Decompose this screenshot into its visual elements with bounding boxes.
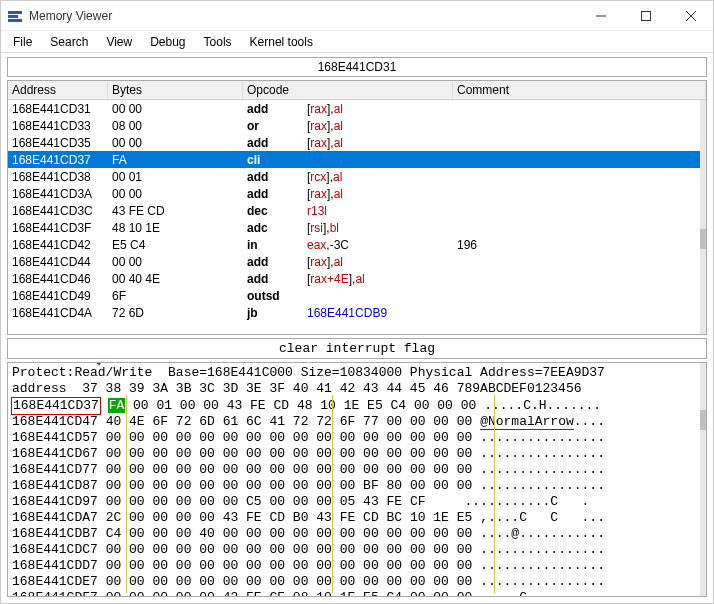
address-input[interactable]: 168E441CD31: [7, 57, 707, 77]
svg-rect-1: [8, 15, 18, 18]
hex-divider: [494, 395, 495, 593]
minimize-button[interactable]: [578, 1, 623, 31]
menu-debug[interactable]: Debug: [142, 33, 193, 51]
hex-scroll-thumb[interactable]: [700, 410, 706, 430]
svg-rect-4: [641, 11, 650, 20]
hex-row[interactable]: 168E441CDE7 00 00 00 00 00 00 00 00 00 0…: [12, 574, 702, 590]
disasm-row[interactable]: 168E441CD42E5 C4ineax,-3C196: [8, 236, 706, 253]
status-line: clear interrupt flag: [7, 338, 707, 359]
disasm-row[interactable]: 168E441CD3C43 FE CDdecr13l: [8, 202, 706, 219]
app-icon: [7, 8, 23, 24]
hex-scrollbar[interactable]: [700, 363, 706, 596]
hex-row[interactable]: 168E441CDF7 00 00 00 00 00 43 FE CE 08 1…: [12, 590, 702, 597]
disasm-scrollbar[interactable]: [700, 100, 706, 334]
window-controls: [578, 1, 713, 31]
disasm-row[interactable]: 168E441CD4A72 6Djb168E441CDB9: [8, 304, 706, 321]
col-comment[interactable]: Comment: [453, 82, 706, 98]
hex-pane[interactable]: Protect:Read/Write Base=168E441C000 Size…: [7, 362, 707, 597]
close-button[interactable]: [668, 1, 713, 31]
disassembly-pane[interactable]: Address Bytes Opcode Comment 168E441CD31…: [7, 80, 707, 335]
hex-header-cols: 37 38 39 3A 3B 3C 3D 3E 3F 40 41 42 43 4…: [67, 381, 582, 396]
hex-row[interactable]: 168E441CDB7 C4 00 00 00 40 00 00 00 00 0…: [12, 526, 702, 542]
disasm-header: Address Bytes Opcode Comment: [8, 81, 706, 100]
col-bytes[interactable]: Bytes: [108, 82, 243, 98]
hex-row[interactable]: 168E441CDA7 2C 00 00 00 00 43 FE CD B0 4…: [12, 510, 702, 526]
disasm-row[interactable]: 168E441CD3308 00or[rax],al: [8, 117, 706, 134]
maximize-button[interactable]: [623, 1, 668, 31]
menu-kernel-tools[interactable]: Kernel tools: [242, 33, 321, 51]
hex-divider: [126, 395, 127, 593]
disasm-body[interactable]: 168E441CD3100 00add[rax],al168E441CD3308…: [8, 100, 706, 321]
disasm-row[interactable]: 168E441CD3500 00add[rax],al: [8, 134, 706, 151]
hex-row[interactable]: 168E441CD67 00 00 00 00 00 00 00 00 00 0…: [12, 446, 702, 462]
menu-search[interactable]: Search: [42, 33, 96, 51]
disasm-row[interactable]: 168E441CD3100 00add[rax],al: [8, 100, 706, 117]
menu-tools[interactable]: Tools: [196, 33, 240, 51]
window-title: Memory Viewer: [29, 9, 578, 23]
disasm-scroll-thumb[interactable]: [700, 229, 706, 249]
col-opcode[interactable]: Opcode: [243, 82, 453, 98]
disasm-row[interactable]: 168E441CD496Foutsd: [8, 287, 706, 304]
hex-row[interactable]: 168E441CD47 40 4E 6F 72 6D 61 6C 41 72 7…: [12, 414, 702, 430]
disasm-row[interactable]: 168E441CD4400 00add[rax],al: [8, 253, 706, 270]
menu-view[interactable]: View: [98, 33, 140, 51]
disasm-row[interactable]: 168E441CD3F48 10 1Eadc[rsi],bl: [8, 219, 706, 236]
disasm-row[interactable]: 168E441CD3800 01add[rcx],al: [8, 168, 706, 185]
hex-row[interactable]: 168E441CDC7 00 00 00 00 00 00 00 00 00 0…: [12, 542, 702, 558]
hex-divider: [332, 395, 333, 593]
hex-row[interactable]: 168E441CD37 FA 00 01 00 00 43 FE CD 48 1…: [12, 398, 702, 414]
hex-info: Protect:Read/Write Base=168E441C000 Size…: [12, 365, 702, 381]
col-address[interactable]: Address: [8, 82, 108, 98]
disasm-row[interactable]: 168E441CD3A00 00add[rax],al: [8, 185, 706, 202]
hex-header-address[interactable]: address: [12, 381, 67, 398]
hex-row[interactable]: 168E441CD97 00 00 00 00 00 00 C5 00 00 0…: [12, 494, 702, 510]
menubar: File Search View Debug Tools Kernel tool…: [1, 31, 713, 53]
hex-header: address➘ 37 38 39 3A 3B 3C 3D 3E 3F 40 4…: [12, 381, 702, 398]
hex-row[interactable]: 168E441CD87 00 00 00 00 00 00 00 00 00 0…: [12, 478, 702, 494]
hex-row[interactable]: 168E441CDD7 00 00 00 00 00 00 00 00 00 0…: [12, 558, 702, 574]
disasm-row[interactable]: 168E441CD4600 40 4Eadd[rax+4E],al: [8, 270, 706, 287]
hex-row[interactable]: 168E441CD77 00 00 00 00 00 00 00 00 00 0…: [12, 462, 702, 478]
titlebar: Memory Viewer: [1, 1, 713, 31]
svg-rect-0: [8, 11, 22, 14]
disasm-row[interactable]: 168E441CD37FAcli: [8, 151, 706, 168]
svg-rect-2: [8, 19, 22, 22]
hex-rows[interactable]: 168E441CD37 FA 00 01 00 00 43 FE CD 48 1…: [12, 398, 702, 597]
menu-file[interactable]: File: [5, 33, 40, 51]
hex-row[interactable]: 168E441CD57 00 00 00 00 00 00 00 00 00 0…: [12, 430, 702, 446]
